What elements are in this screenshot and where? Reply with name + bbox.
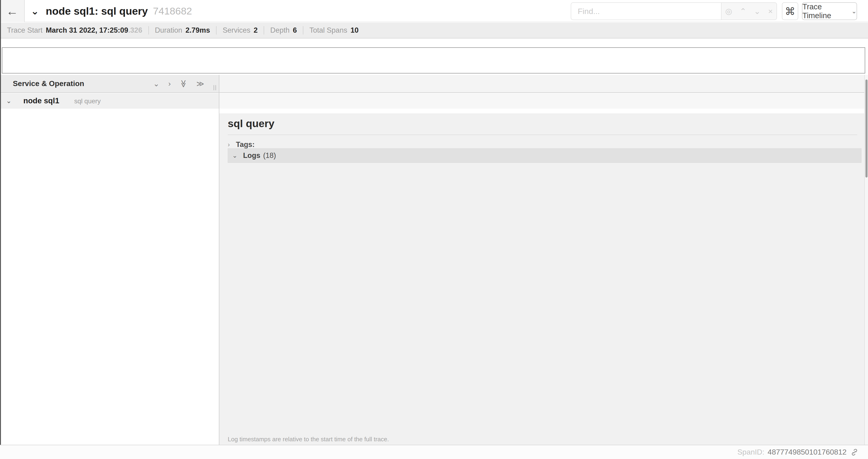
trace-stat: Trace StartMarch 31 2022, 17:25:09.326 [7, 26, 142, 35]
service-operation-label: Service & Operation [13, 79, 84, 88]
scrollbar-track[interactable] [864, 75, 868, 445]
span-row-timeline-cell[interactable] [219, 93, 864, 109]
trace-stat: Duration2.79ms [155, 26, 210, 35]
trace-stat-label: Trace Start [7, 26, 42, 35]
trace-stat-value: 6 [293, 26, 297, 35]
operation-name: sql query [74, 97, 101, 105]
detail-divider [228, 135, 857, 135]
minimap-tick-labels [0, 39, 868, 47]
divider [264, 26, 264, 35]
trace-title: node sql1: sql query 7418682 [46, 0, 192, 22]
expand-one-icon[interactable]: › [168, 79, 171, 88]
trace-stat-suffix: .326 [128, 26, 142, 35]
column-divider[interactable] [219, 75, 219, 445]
trace-summary-bar: Trace StartMarch 31 2022, 17:25:09.326Du… [0, 23, 868, 38]
service-color-stripe [11, 93, 16, 109]
footer-bar: SpanID: 4877749850101760812 [0, 445, 868, 459]
keyboard-shortcuts-button[interactable]: ⌘ [782, 2, 798, 20]
trace-stat-value: 2 [254, 26, 257, 35]
detail-row-background [16, 113, 219, 445]
find-next-icon[interactable]: ⌄ [754, 6, 761, 16]
minimap-canvas[interactable] [2, 47, 865, 73]
logs-footnote: Log timestamps are relative to the start… [228, 436, 389, 443]
trace-stat-label: Services [223, 26, 250, 35]
scrollbar-span-mark [865, 109, 868, 113]
find-prev-icon[interactable]: ⌃ [740, 6, 746, 16]
timeline-ticks-header [219, 75, 864, 92]
detail-left-panel [0, 113, 219, 445]
divider [216, 26, 217, 35]
column-resize-handle[interactable] [214, 85, 216, 90]
trace-timeline-label: Trace Timeline [802, 2, 848, 20]
trace-stat: Services2 [223, 26, 257, 35]
spanid-value: 4877749850101760812 [768, 448, 846, 456]
find-target-icon[interactable]: ◎ [725, 6, 732, 16]
span-collapse-icon[interactable]: ⌄ [6, 97, 11, 105]
window-left-edge [0, 0, 1, 445]
span-row: ⌄ node sql1 sql query [0, 93, 864, 109]
find-input[interactable] [571, 2, 721, 20]
trace-stat-value: 10 [350, 26, 359, 35]
timeline-header-row: Service & Operation ⌄ › ≫ ≫ [0, 75, 864, 93]
scrollbar-thumb[interactable] [865, 79, 868, 177]
top-header: ← ⌄ node sql1: sql query 7418682 ◎ ⌃ ⌄ ×… [0, 0, 868, 22]
trace-id: 7418682 [153, 5, 192, 17]
trace-collapse-icon[interactable]: ⌄ [31, 0, 39, 22]
chevron-right-icon[interactable]: › [228, 141, 230, 148]
trace-stat-label: Depth [270, 26, 289, 35]
trace-stat: Total Spans10 [309, 26, 359, 35]
trace-stat-value: March 31 2022, 17:25:09 [46, 26, 128, 35]
trace-stat: Depth6 [270, 26, 297, 35]
service-color-stripe [11, 113, 16, 445]
divider [303, 26, 303, 35]
command-icon: ⌘ [785, 5, 795, 17]
service-name: node sql1 [23, 96, 59, 105]
span-row-name-cell[interactable]: ⌄ node sql1 sql query [0, 93, 219, 109]
deep-link-icon[interactable] [850, 448, 859, 456]
chevron-down-icon: ⌄ [232, 152, 238, 159]
chevron-down-icon: ⌄ [851, 8, 857, 15]
back-arrow-icon: ← [6, 4, 18, 18]
trace-timeline-dropdown[interactable]: Trace Timeline ⌄ [802, 2, 857, 20]
detail-row-span-bar [11, 109, 864, 113]
trace-title-text: node sql1: sql query [46, 5, 148, 17]
detail-row-gutter [2, 109, 11, 113]
trace-stat-label: Duration [155, 26, 182, 35]
expand-all-icon[interactable]: ≫ [196, 79, 205, 88]
collapse-all-icon[interactable]: ≫ [179, 80, 188, 88]
trace-stat-label: Total Spans [309, 26, 347, 35]
logs-section-header[interactable]: ⌄ Logs (18) [228, 148, 862, 163]
trace-stat-value: 2.79ms [186, 26, 210, 35]
span-duration-bar[interactable] [219, 99, 864, 105]
back-button[interactable]: ← [0, 0, 25, 22]
tags-label: Tags: [236, 140, 254, 149]
divider [148, 26, 149, 35]
collapse-one-icon[interactable]: ⌄ [153, 79, 160, 88]
span-detail-panel: sql query › Tags: ⌄ Logs (18) Log timest… [219, 113, 864, 445]
detail-operation-title: sql query [228, 118, 274, 130]
find-clear-icon[interactable]: × [768, 7, 773, 16]
logs-count: (18) [263, 151, 276, 160]
find-button-group: ◎ ⌃ ⌄ × [721, 2, 777, 20]
spanid-label: SpanID: [737, 448, 765, 456]
logs-label: Logs [243, 151, 260, 160]
service-operation-header: Service & Operation ⌄ › ≫ ≫ [0, 75, 219, 92]
